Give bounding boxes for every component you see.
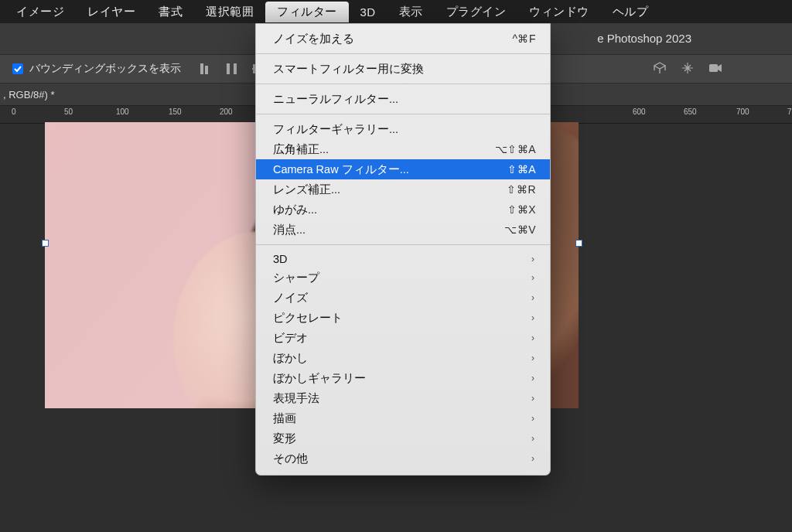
menu-item-label: ゆがみ... bbox=[273, 203, 317, 217]
filter-menu-item[interactable]: 変形› bbox=[256, 428, 550, 448]
menu-item-label: ピクセレート bbox=[273, 311, 343, 326]
filter-menu-item[interactable]: その他› bbox=[256, 448, 550, 469]
filter-menu-dropdown: ノイズを加える^⌘Fスマートフィルター用に変換ニューラルフィルター...フィルタ… bbox=[255, 23, 551, 476]
chevron-right-icon: › bbox=[531, 353, 536, 363]
ruler-tick: 700 bbox=[736, 107, 749, 116]
chevron-right-icon: › bbox=[531, 254, 536, 264]
ruler-tick: 150 bbox=[169, 107, 182, 116]
ruler-tick: 100 bbox=[116, 107, 129, 116]
filter-menu-item[interactable]: ノイズ› bbox=[256, 288, 550, 308]
menu-separator bbox=[256, 114, 550, 114]
menu-item-label: ぼかし bbox=[273, 351, 308, 366]
menu-item-label: 消点... bbox=[273, 223, 306, 237]
chevron-right-icon: › bbox=[531, 312, 536, 323]
ruler-tick: 0 bbox=[12, 107, 16, 116]
menu-item-label: ノイズ bbox=[273, 291, 308, 305]
menu-item-label: フィルターギャラリー... bbox=[273, 122, 398, 137]
chevron-right-icon: › bbox=[531, 393, 536, 404]
ruler-tick: 600 bbox=[633, 107, 646, 116]
menu-item-shortcut: ⇧⌘A bbox=[507, 163, 536, 176]
chevron-right-icon: › bbox=[531, 413, 536, 424]
camera-icon[interactable] bbox=[708, 63, 722, 76]
filter-menu-item[interactable]: ビデオ› bbox=[256, 328, 550, 348]
align-icon[interactable] bbox=[198, 61, 213, 77]
menu-item-label: 変形 bbox=[273, 431, 296, 446]
menu-3d[interactable]: 3D bbox=[349, 2, 387, 22]
svg-rect-3 bbox=[234, 63, 237, 74]
menu-item-label: レンズ補正... bbox=[273, 182, 340, 197]
chevron-right-icon: › bbox=[531, 453, 536, 464]
menubar: イメージ レイヤー 書式 選択範囲 フィルター 3D 表示 プラグイン ウィンド… bbox=[0, 0, 792, 23]
filter-menu-item[interactable]: レンズ補正...⇧⌘R bbox=[256, 179, 550, 200]
menu-item-shortcut: ⌥⌘V bbox=[504, 223, 536, 236]
menu-item-shortcut: ⇧⌘X bbox=[507, 203, 536, 216]
filter-menu-item[interactable]: スマートフィルター用に変換 bbox=[256, 59, 550, 79]
ruler-tick: 200 bbox=[220, 107, 233, 116]
filter-menu-item[interactable]: ノイズを加える^⌘F bbox=[256, 29, 550, 49]
chevron-right-icon: › bbox=[531, 332, 536, 343]
ruler-tick: 650 bbox=[684, 107, 697, 116]
menu-item-label: 描画 bbox=[273, 411, 296, 426]
menu-item-label: 3D bbox=[273, 253, 288, 265]
menu-item-shortcut: ⌥⇧⌘A bbox=[495, 143, 536, 155]
move-3d-icon[interactable] bbox=[681, 61, 695, 77]
menu-layer[interactable]: レイヤー bbox=[76, 2, 147, 22]
options-right-icons bbox=[653, 55, 722, 83]
filter-menu-item[interactable]: ゆがみ...⇧⌘X bbox=[256, 200, 550, 220]
menu-view[interactable]: 表示 bbox=[387, 2, 435, 22]
menu-separator bbox=[256, 84, 550, 84]
filter-menu-item[interactable]: シャープ› bbox=[256, 268, 550, 288]
menu-item-label: ぼかしギャラリー bbox=[273, 371, 366, 386]
bounding-box-checkbox[interactable] bbox=[12, 63, 23, 74]
ruler-tick: 750 bbox=[787, 107, 792, 116]
filter-menu-item[interactable]: フィルターギャラリー... bbox=[256, 119, 550, 139]
menu-item-label: ノイズを加える bbox=[273, 32, 354, 46]
chevron-right-icon: › bbox=[531, 433, 536, 444]
menu-separator bbox=[256, 53, 550, 54]
filter-menu-item[interactable]: Camera Raw フィルター...⇧⌘A bbox=[256, 159, 550, 179]
menu-plugins[interactable]: プラグイン bbox=[435, 2, 518, 22]
menu-item-label: シャープ bbox=[273, 271, 319, 285]
filter-menu-item[interactable]: 広角補正...⌥⇧⌘A bbox=[256, 139, 550, 159]
bounding-box-label: バウンディングボックスを表示 bbox=[29, 62, 181, 76]
chevron-right-icon: › bbox=[531, 292, 536, 303]
filter-menu-item[interactable]: ぼかし› bbox=[256, 348, 550, 368]
menu-window[interactable]: ウィンドウ bbox=[517, 2, 601, 22]
svg-rect-2 bbox=[227, 63, 230, 74]
filter-menu-item[interactable]: 3D› bbox=[256, 250, 550, 268]
menu-separator bbox=[256, 244, 550, 245]
svg-rect-0 bbox=[200, 63, 203, 74]
filter-menu-item[interactable]: 描画› bbox=[256, 408, 550, 428]
filter-menu-item[interactable]: 表現手法› bbox=[256, 388, 550, 408]
menu-type[interactable]: 書式 bbox=[147, 2, 194, 22]
menu-help[interactable]: ヘルプ bbox=[601, 2, 661, 22]
chevron-right-icon: › bbox=[531, 373, 536, 384]
ruler-tick: 50 bbox=[64, 107, 73, 116]
menu-select[interactable]: 選択範囲 bbox=[194, 2, 265, 22]
chevron-right-icon: › bbox=[531, 272, 536, 283]
document-tab[interactable]: , RGB/8#) * bbox=[0, 86, 63, 104]
3d-mode-icon[interactable] bbox=[653, 61, 667, 77]
menu-item-label: ニューラルフィルター... bbox=[273, 92, 398, 107]
menu-item-label: ビデオ bbox=[273, 331, 308, 346]
svg-marker-7 bbox=[654, 63, 665, 69]
svg-marker-12 bbox=[718, 64, 722, 72]
menu-item-label: 広角補正... bbox=[273, 142, 329, 157]
align-icon-2[interactable] bbox=[224, 61, 240, 77]
menu-item-label: その他 bbox=[273, 452, 308, 466]
menu-item-label: Camera Raw フィルター... bbox=[273, 162, 409, 177]
menu-item-shortcut: ⇧⌘R bbox=[507, 183, 536, 196]
transform-handle-tl[interactable] bbox=[42, 240, 49, 247]
svg-rect-1 bbox=[205, 66, 208, 74]
app-title-fragment: e Photoshop 2023 bbox=[597, 23, 691, 54]
menu-item-label: スマートフィルター用に変換 bbox=[273, 62, 424, 77]
menu-item-label: 表現手法 bbox=[273, 391, 319, 406]
menu-image[interactable]: イメージ bbox=[5, 2, 76, 22]
filter-menu-item[interactable]: ぼかしギャラリー› bbox=[256, 368, 550, 388]
filter-menu-item[interactable]: 消点...⌥⌘V bbox=[256, 220, 550, 240]
filter-menu-item[interactable]: ニューラルフィルター... bbox=[256, 89, 550, 109]
filter-menu-item[interactable]: ピクセレート› bbox=[256, 308, 550, 328]
menu-item-shortcut: ^⌘F bbox=[512, 32, 536, 45]
menu-filter[interactable]: フィルター bbox=[265, 2, 349, 22]
transform-handle-tr[interactable] bbox=[575, 240, 582, 247]
